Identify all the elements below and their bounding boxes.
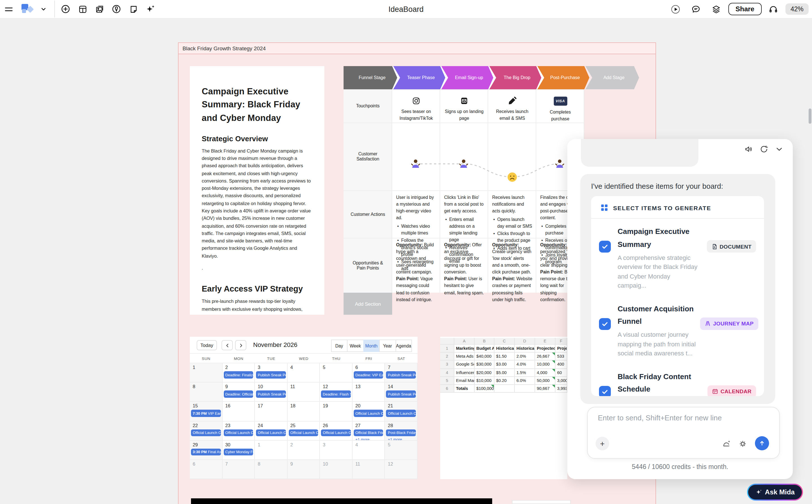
calendar-day-cell[interactable]: 3Publish Sneak Peek Tea...: [255, 363, 287, 383]
speaker-icon[interactable]: [744, 145, 753, 154]
sheet-cell[interactable]: 50,000: [535, 377, 555, 385]
calendar-event[interactable]: Official Launch Countd...: [256, 429, 286, 436]
calendar-more-link[interactable]: +1 more: [385, 436, 417, 440]
calendar-next-button[interactable]: [235, 340, 246, 350]
sheet-cell[interactable]: 3,993: [555, 385, 567, 393]
calendar-event[interactable]: Official Launch Countd...: [386, 410, 416, 417]
sheet-cell[interactable]: 400: [555, 361, 567, 369]
calendar-day-cell[interactable]: 2Deadline: Finalize Snea...: [222, 363, 255, 383]
calendar-day-cell[interactable]: 12Deadline: Flash Sale Cr...: [320, 383, 353, 402]
calendar-more-link[interactable]: +1 more: [353, 436, 385, 440]
sheet-cell[interactable]: $100,000: [475, 385, 494, 393]
calendar-prev-button[interactable]: [222, 340, 233, 350]
share-button[interactable]: Share: [728, 3, 762, 15]
layers-icon[interactable]: [708, 0, 725, 18]
calendar-event[interactable]: Cyber Monday Flash Sa...: [223, 448, 253, 455]
add-circle-icon[interactable]: [57, 0, 74, 18]
item-checkbox-checked[interactable]: [599, 241, 611, 253]
calendar-day-cell[interactable]: 26Official Launch Countd...: [320, 421, 353, 440]
board-logo[interactable]: [21, 4, 34, 14]
calendar-view-tab-month[interactable]: Month: [363, 340, 380, 352]
sheet-cell[interactable]: Google Sea: [454, 361, 475, 369]
calendar-day-cell[interactable]: 1: [190, 363, 222, 383]
calendar-day-cell[interactable]: 10Publish Sneak Peek Tea...: [255, 383, 287, 402]
calendar-day-cell[interactable]: 5: [320, 363, 353, 383]
collapse-chevron-icon[interactable]: [775, 145, 784, 154]
sheet-cell[interactable]: Projec: [555, 345, 567, 353]
calendar-day-cell[interactable]: 4: [353, 440, 385, 460]
ai-sparkles-icon[interactable]: [142, 0, 159, 18]
journey-stage-add-stage[interactable]: Add Stage: [585, 66, 639, 89]
sheet-cell[interactable]: $20,000: [475, 369, 494, 377]
calendar-day-cell[interactable]: 4: [287, 363, 320, 383]
zoom-level-badge[interactable]: 42%: [785, 3, 809, 15]
calendar-day-cell[interactable]: 7: [222, 460, 255, 479]
calendar-event[interactable]: Publish Sneak Peek Tea...: [256, 390, 286, 397]
sheet-cell[interactable]: Email Marke: [454, 377, 475, 385]
calendar-day-cell[interactable]: 6Deadline: VIP Early Ac...: [353, 363, 385, 383]
sheet-cell[interactable]: [494, 385, 515, 393]
add-section-button[interactable]: Add Section: [344, 293, 392, 315]
ask-mida-button[interactable]: Ask Mida: [747, 484, 803, 501]
calendar-event[interactable]: Deadline: Finalize Snea...: [223, 371, 253, 378]
calendar-day-cell[interactable]: 2: [287, 440, 320, 460]
calendar-day-cell[interactable]: 24Official Launch Countd...: [255, 421, 287, 440]
calendar-event[interactable]: Official Launch Countd...: [321, 429, 351, 436]
sheet-cell[interactable]: 60: [555, 369, 567, 377]
sheet-cell[interactable]: Historical C: [494, 345, 515, 353]
settings-gear-icon[interactable]: [738, 439, 748, 449]
sheet-cell[interactable]: $5.00: [494, 369, 515, 377]
calendar-day-cell[interactable]: 293:30 PMFinal Asset R...: [190, 440, 222, 460]
calendar-event[interactable]: Deadline: VIP Early Ac...: [354, 371, 383, 378]
calendar-day-cell[interactable]: 1: [255, 440, 287, 460]
page-scrollbar[interactable]: [809, 108, 811, 124]
calendar-view-tab-day[interactable]: Day: [331, 340, 348, 352]
calendar-event[interactable]: Official Launch Countd...: [288, 429, 318, 436]
calendar-day-cell[interactable]: 30Cyber Monday Flash Sa...: [222, 440, 255, 460]
calendar-day-cell[interactable]: 28Post-Black Friday Recap...+1 more: [385, 421, 418, 440]
sheet-cell[interactable]: $30,000: [475, 361, 494, 369]
chat-input[interactable]: [597, 413, 768, 423]
sheet-cell[interactable]: Totals: [454, 385, 475, 393]
spreadsheet-card[interactable]: ABCDEF1Marketing CBudget AlloHistorical …: [440, 337, 567, 479]
calendar-event[interactable]: Official Launch Countd...: [223, 429, 253, 436]
sheet-cell[interactable]: 6.0%: [515, 377, 535, 385]
calendar-day-cell[interactable]: 18: [287, 402, 320, 421]
sheet-cell[interactable]: 3,000: [555, 377, 567, 385]
calendar-event[interactable]: Publish Sneak Peek Tea...: [386, 390, 416, 397]
calendar-event[interactable]: Official Launch Countd...: [191, 429, 221, 436]
calendar-day-cell[interactable]: 5: [385, 440, 418, 460]
comment-icon[interactable]: [687, 0, 704, 18]
calendar-event[interactable]: Official Launch Countd...: [354, 410, 383, 417]
calendar-today-button[interactable]: Today: [197, 340, 217, 350]
calendar-day-cell[interactable]: 7Publish Sneak Peek Tea...: [385, 363, 418, 383]
sheet-cell[interactable]: 90,667: [535, 385, 555, 393]
sheet-cell[interactable]: 4.0%: [515, 361, 535, 369]
calendar-day-cell[interactable]: 20Official Launch Countd...: [353, 402, 385, 421]
calendar-day-cell[interactable]: 14Publish Sneak Peek Tea...: [385, 383, 418, 402]
magic-bell-icon[interactable]: [722, 439, 731, 449]
calendar-day-cell[interactable]: 27Official Black Friday La...+1 more: [353, 421, 385, 440]
calendar-view-tab-agenda[interactable]: Agenda: [395, 340, 412, 352]
chevron-down-icon[interactable]: [35, 0, 52, 18]
calendar-day-cell[interactable]: 16: [222, 402, 255, 421]
calendar-day-cell[interactable]: 19: [320, 402, 353, 421]
sheet-cell[interactable]: Influencer Pa: [454, 369, 475, 377]
sheet-cell[interactable]: $3.00: [494, 361, 515, 369]
calendar-day-cell[interactable]: 21Official Launch Countd...: [385, 402, 418, 421]
attach-plus-button[interactable]: +: [596, 437, 609, 450]
sheet-cell[interactable]: 2.0%: [515, 353, 535, 360]
sheet-cell[interactable]: 4,000: [535, 369, 555, 377]
black-banner-object[interactable]: [191, 498, 492, 504]
sheet-cell[interactable]: Budget Allo: [475, 345, 494, 353]
template-icon[interactable]: [74, 0, 91, 18]
sheet-cell[interactable]: 1.5%: [515, 369, 535, 377]
send-button[interactable]: [755, 436, 769, 450]
calendar-day-cell[interactable]: 10: [320, 460, 353, 479]
calendar-event[interactable]: Official Black Friday La...: [354, 429, 383, 436]
sheet-cell[interactable]: 533: [555, 353, 567, 360]
calendar-view-tab-year[interactable]: Year: [379, 340, 396, 352]
calendar-day-cell[interactable]: 12: [385, 460, 418, 479]
calendar-event[interactable]: Post-Black Friday Recap...: [386, 429, 416, 436]
sheet-cell[interactable]: $0.20: [494, 377, 515, 385]
